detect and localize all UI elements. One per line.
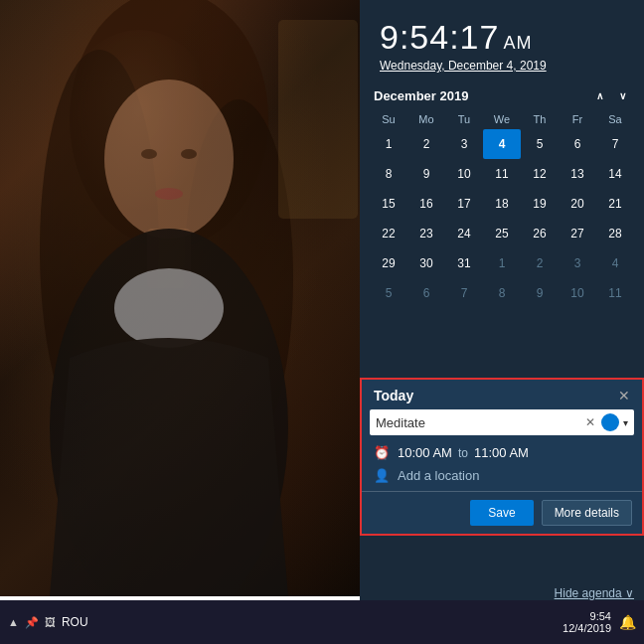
calendar-day-cell[interactable]: 5 <box>521 129 559 159</box>
event-clear-button[interactable]: ✕ <box>585 415 595 429</box>
event-input-row: ✕ ▾ <box>370 409 634 435</box>
calendar-grid: SuMoTuWeThFrSa 1234567891011121314151617… <box>370 109 634 308</box>
calendar-day-cell[interactable]: 1 <box>483 248 521 278</box>
calendar-day-cell[interactable]: 19 <box>521 189 559 219</box>
calendar-day-cell[interactable]: 17 <box>445 189 483 219</box>
calendar-day-cell[interactable]: 7 <box>445 278 483 308</box>
svg-point-6 <box>114 268 224 348</box>
calendar-day-cell[interactable]: 11 <box>483 159 521 189</box>
clock-date[interactable]: Wednesday, December 4, 2019 <box>380 59 624 73</box>
taskbar-notification-icon[interactable]: 🔔 <box>619 614 636 630</box>
svg-point-7 <box>141 149 157 159</box>
calendar-day-cell[interactable]: 25 <box>483 219 521 248</box>
svg-point-3 <box>104 80 234 239</box>
calendar-day-cell[interactable]: 23 <box>407 219 445 248</box>
calendar-day-cell[interactable]: 18 <box>483 189 521 219</box>
calendar-day-cell[interactable]: 5 <box>370 278 407 308</box>
calendar-day-header: Th <box>521 109 559 129</box>
calendar-day-cell[interactable]: 9 <box>521 278 559 308</box>
taskbar-time: 9:54 <box>563 610 611 622</box>
right-panel: 9:54:17AM Wednesday, December 4, 2019 De… <box>360 0 644 644</box>
clock-time-value: 9:54:17 <box>380 18 499 56</box>
calendar-day-cell[interactable]: 6 <box>407 278 445 308</box>
clock-ampm: AM <box>503 33 532 53</box>
calendar-day-cell[interactable]: 10 <box>445 159 483 189</box>
calendar-day-cell[interactable]: 1 <box>370 129 407 159</box>
calendar-day-cell[interactable]: 14 <box>596 159 634 189</box>
today-panel: Today ✕ ✕ ▾ ⏰ 10:00 AM to 11:00 AM 👤 Add… <box>362 380 642 534</box>
calendar-day-cell[interactable]: 8 <box>483 278 521 308</box>
calendar-day-cell[interactable]: 28 <box>596 219 634 248</box>
svg-point-9 <box>155 188 183 200</box>
background-photo <box>0 0 368 596</box>
taskbar-left: ▲ 📌 🖼 ROU <box>0 615 96 629</box>
calendar-day-cell[interactable]: 13 <box>559 159 596 189</box>
calendar-header: December 2019 ∧ ∨ <box>370 82 634 109</box>
calendar-prev-button[interactable]: ∧ <box>592 88 607 103</box>
calendar-day-cell[interactable]: 27 <box>559 219 596 248</box>
calendar-day-cell[interactable]: 30 <box>407 248 445 278</box>
hide-agenda-button[interactable]: Hide agenda ∨ <box>555 586 634 600</box>
svg-point-8 <box>181 149 197 159</box>
today-panel-header: Today ✕ <box>362 380 642 409</box>
event-name-input[interactable] <box>376 415 585 430</box>
calendar-day-header: Fr <box>559 109 596 129</box>
calendar-day-cell[interactable]: 3 <box>559 248 596 278</box>
calendar-day-cell[interactable]: 4 <box>483 129 521 159</box>
location-icon: 👤 <box>374 468 390 483</box>
calendar-day-cell[interactable]: 10 <box>559 278 596 308</box>
calendar-day-cell[interactable]: 8 <box>370 159 407 189</box>
today-close-button[interactable]: ✕ <box>618 388 630 403</box>
calendar-next-button[interactable]: ∨ <box>615 88 630 103</box>
calendar-day-header: Tu <box>445 109 483 129</box>
calendar-day-cell[interactable]: 2 <box>521 248 559 278</box>
time-clock-icon: ⏰ <box>374 445 390 460</box>
location-row: 👤 Add a location <box>362 464 642 492</box>
calendar-day-cell[interactable]: 16 <box>407 189 445 219</box>
taskbar-chevron-icon[interactable]: ▲ <box>8 616 19 628</box>
svg-rect-10 <box>278 20 358 219</box>
calendar-day-cell[interactable]: 11 <box>596 278 634 308</box>
more-details-button[interactable]: More details <box>542 500 632 526</box>
taskbar-clock[interactable]: 9:54 12/4/2019 <box>563 610 611 634</box>
calendar-day-header: Sa <box>596 109 634 129</box>
taskbar-pin-icon[interactable]: 📌 <box>25 616 39 629</box>
calendar-day-cell[interactable]: 22 <box>370 219 407 248</box>
calendar-day-cell[interactable]: 31 <box>445 248 483 278</box>
calendar-day-cell[interactable]: 3 <box>445 129 483 159</box>
calendar-day-cell[interactable]: 26 <box>521 219 559 248</box>
calendar-day-cell[interactable]: 24 <box>445 219 483 248</box>
taskbar-date: 12/4/2019 <box>563 622 611 634</box>
today-title: Today <box>374 388 413 403</box>
clock-time: 9:54:17AM <box>380 18 624 57</box>
event-color-circle[interactable] <box>601 413 619 431</box>
calendar-day-header: Mo <box>407 109 445 129</box>
calendar-day-cell[interactable]: 4 <box>596 248 634 278</box>
button-row: Save More details <box>362 492 642 534</box>
calendar-day-cell[interactable]: 12 <box>521 159 559 189</box>
event-dropdown-chevron[interactable]: ▾ <box>623 417 628 428</box>
add-location-button[interactable]: Add a location <box>398 468 479 483</box>
calendar-day-cell[interactable]: 7 <box>596 129 634 159</box>
calendar-day-cell[interactable]: 29 <box>370 248 407 278</box>
calendar-day-cell[interactable]: 20 <box>559 189 596 219</box>
calendar-day-cell[interactable]: 15 <box>370 189 407 219</box>
taskbar-lang-indicator[interactable]: ROU <box>62 615 88 629</box>
event-popup-wrapper: Today ✕ ✕ ▾ ⏰ 10:00 AM to 11:00 AM 👤 Add… <box>360 378 644 536</box>
time-from-value[interactable]: 10:00 AM <box>398 445 452 460</box>
time-to-value[interactable]: 11:00 AM <box>474 445 529 460</box>
time-to-label: to <box>458 446 468 460</box>
calendar-day-cell[interactable]: 2 <box>407 129 445 159</box>
taskbar-display-icon[interactable]: 🖼 <box>45 616 56 628</box>
calendar-day-header: Su <box>370 109 407 129</box>
calendar-month-year: December 2019 <box>374 88 468 103</box>
calendar-day-cell[interactable]: 9 <box>407 159 445 189</box>
calendar-day-header: We <box>483 109 521 129</box>
save-button[interactable]: Save <box>470 500 533 526</box>
calendar-nav: ∧ ∨ <box>592 88 630 103</box>
taskbar: ▲ 📌 🖼 ROU 9:54 12/4/2019 🔔 <box>0 600 644 644</box>
calendar-section: December 2019 ∧ ∨ SuMoTuWeThFrSa 1234567… <box>360 82 644 308</box>
calendar-day-cell[interactable]: 21 <box>596 189 634 219</box>
time-row: ⏰ 10:00 AM to 11:00 AM <box>362 441 642 464</box>
calendar-day-cell[interactable]: 6 <box>559 129 596 159</box>
